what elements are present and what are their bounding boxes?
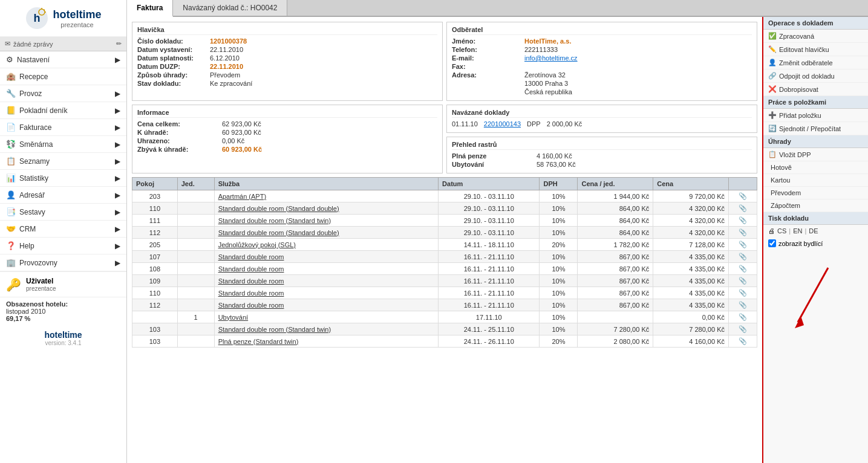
- bydlici-checkbox[interactable]: [768, 239, 776, 247]
- cell-action[interactable]: 📎: [729, 190, 757, 202]
- cell-dph: 20%: [540, 239, 578, 251]
- main-content: Hlavička Číslo dokladu: 1201000378 Datum…: [127, 17, 762, 463]
- compose-icon[interactable]: ✏: [116, 40, 122, 48]
- cell-sluzba[interactable]: Standard double room (Standard twin): [214, 323, 438, 335]
- cell-action[interactable]: 📎: [729, 251, 757, 263]
- table-row: 111 Standard double room (Standard twin)…: [132, 215, 757, 227]
- nav-label: Help: [19, 242, 34, 250]
- messages-bar[interactable]: ✉ žádné zprávy ✏: [0, 37, 126, 51]
- sidebar-item-směnárna[interactable]: 💱 Směnárna ▶: [0, 136, 126, 153]
- sidebar-item-statistiky[interactable]: 📊 Statistiky ▶: [0, 170, 126, 187]
- sidebar-item-nastavení[interactable]: ⚙ Nastavení ▶: [0, 51, 126, 68]
- sidebar-item-adresář[interactable]: 👤 Adresář ▶: [0, 187, 126, 204]
- cell-action[interactable]: 📎: [729, 239, 757, 251]
- panel-odpojit[interactable]: 🔗 Odpojit od dokladu: [763, 70, 868, 83]
- cell-action[interactable]: 📎: [729, 215, 757, 227]
- panel-editovat[interactable]: ✏️ Editovat hlavičku: [763, 43, 868, 56]
- cell-sluzba[interactable]: Standard double room (Standard double): [214, 227, 438, 239]
- cell-sluzba[interactable]: Standard double room: [214, 251, 438, 263]
- svg-line-6: [798, 268, 828, 322]
- cell-dph: 10%: [540, 227, 578, 239]
- chevron-right-icon: ▶: [115, 106, 120, 115]
- cell-sluzba[interactable]: Plná penze (Standard twin): [214, 335, 438, 348]
- hlavicka-splatnost: Datum splatnosti: 6.12.2010: [137, 54, 437, 62]
- cell-sluzba[interactable]: Standard double room (Standard double): [214, 202, 438, 215]
- table-row: 103 Plná penze (Standard twin) 24.11. - …: [132, 335, 757, 348]
- odberatel-adresa: Adresa: Žerotínova 32: [452, 71, 752, 79]
- tab-faktura[interactable]: Faktura: [127, 0, 173, 17]
- sidebar-item-seznamy[interactable]: 📋 Seznamy ▶: [0, 153, 126, 170]
- cell-sluzba[interactable]: Apartmán (APT): [214, 190, 438, 202]
- panel-sjednotit[interactable]: 🔄 Sjednotit / Přepočítat: [763, 122, 868, 135]
- panel-dobropisovat[interactable]: ❌ Dobropisovat: [763, 83, 868, 96]
- cell-action[interactable]: 📎: [729, 202, 757, 215]
- cell-jed: [177, 239, 214, 251]
- nav-label: CRM: [19, 225, 36, 233]
- cell-action[interactable]: 📎: [729, 311, 757, 323]
- checkbox-row: zobrazit bydlící: [763, 237, 868, 250]
- cell-action[interactable]: 📎: [729, 287, 757, 299]
- print-en[interactable]: EN: [793, 227, 802, 235]
- nav-icon: 🤝: [6, 224, 16, 233]
- sidebar-item-provozovny[interactable]: 🏢 Provozovny ▶: [0, 254, 126, 271]
- cell-sluzba[interactable]: Standard double room (Standard twin): [214, 215, 438, 227]
- cell-action[interactable]: 📎: [729, 227, 757, 239]
- odbyratel-box: Odběratel Jméno: HotelTime, a.s. Telefon…: [446, 22, 757, 101]
- print-cs[interactable]: CS: [777, 227, 786, 235]
- tab-navazany[interactable]: Navázaný doklad č.: HO0042: [173, 0, 287, 16]
- sidebar-item-provoz[interactable]: 🔧 Provoz ▶: [0, 85, 126, 102]
- chevron-right-icon: ▶: [115, 56, 120, 64]
- footer-logo: hoteltime version: 3.4.1: [0, 325, 126, 351]
- sidebar-item-sestavy[interactable]: 📑 Sestavy ▶: [0, 204, 126, 221]
- cell-action[interactable]: 📎: [729, 299, 757, 311]
- cell-dph: 10%: [540, 263, 578, 275]
- nav-menu: ⚙ Nastavení ▶ 🏨 Recepce 🔧 Provoz ▶ 📒 Pok…: [0, 51, 126, 271]
- sidebar-item-fakturace[interactable]: 📄 Fakturace ▶: [0, 119, 126, 136]
- cell-sluzba[interactable]: Standard double room: [214, 263, 438, 275]
- panel-pridat-polozku[interactable]: ➕ Přidat položku: [763, 109, 868, 122]
- cell-jed: [177, 263, 214, 275]
- nav-icon: 📋: [6, 157, 16, 166]
- panel-zmenit-odberatele[interactable]: 👤 Změnit odběratele: [763, 56, 868, 70]
- cell-cena-jed: [578, 311, 653, 323]
- sidebar-item-recepce[interactable]: 🏨 Recepce: [0, 68, 126, 85]
- cell-sluzba[interactable]: Standard double room: [214, 287, 438, 299]
- chevron-right-icon: ▶: [115, 191, 120, 199]
- logo-area: h hoteltime prezentace: [0, 0, 126, 37]
- cell-sluzba[interactable]: Ubytování: [214, 311, 438, 323]
- panel-operace-title: Operace s dokladem: [763, 17, 868, 30]
- panel-hotove[interactable]: Hotově: [763, 161, 868, 174]
- cell-jed: [177, 215, 214, 227]
- sidebar-item-pokladní-deník[interactable]: 📒 Pokladní deník ▶: [0, 102, 126, 119]
- chevron-right-icon: ▶: [115, 174, 120, 183]
- odberatel-jmeno: Jméno: HotelTime, a.s.: [452, 37, 752, 45]
- hlavicka-duzp: Datum DUZP: 22.11.2010: [137, 63, 437, 70]
- panel-prevodem[interactable]: Převodem: [763, 187, 868, 199]
- cell-sluzba[interactable]: Standard double room: [214, 299, 438, 311]
- x-icon: ❌: [768, 85, 777, 93]
- cell-action[interactable]: 📎: [729, 275, 757, 287]
- cell-action[interactable]: 📎: [729, 323, 757, 335]
- cell-cena: 4 320,00 Kč: [653, 215, 729, 227]
- cell-sluzba[interactable]: Jednolůžkový pokoj (SGL): [214, 239, 438, 251]
- cell-cena: 4 335,00 Kč: [653, 299, 729, 311]
- print-de[interactable]: DE: [809, 227, 818, 235]
- user-change-icon: 👤: [768, 59, 777, 66]
- panel-vlozit-dpp[interactable]: 📋 Vložit DPP: [763, 148, 868, 161]
- cell-action[interactable]: 📎: [729, 263, 757, 275]
- nav-icon: ❓: [6, 241, 16, 250]
- check-icon: ✅: [768, 32, 777, 40]
- cell-action[interactable]: 📎: [729, 335, 757, 348]
- cell-cena-jed: 864,00 Kč: [578, 227, 653, 239]
- unlink-icon: 🔗: [768, 72, 777, 80]
- nav-label: Provoz: [19, 89, 42, 98]
- info-zbiva: Zbývá k úhradě: 60 923,00 Kč: [137, 146, 437, 153]
- panel-polozky-title: Práce s položkami: [763, 96, 868, 109]
- cell-sluzba[interactable]: Standard double room: [214, 275, 438, 287]
- cell-pokoj: 112: [132, 299, 178, 311]
- panel-zapoctem[interactable]: Zápočtem: [763, 199, 868, 212]
- sidebar-item-help[interactable]: ❓ Help ▶: [0, 238, 126, 254]
- panel-zpracovana[interactable]: ✅ Zpracovaná: [763, 30, 868, 43]
- panel-kartou[interactable]: Kartou: [763, 174, 868, 187]
- sidebar-item-crm[interactable]: 🤝 CRM ▶: [0, 221, 126, 238]
